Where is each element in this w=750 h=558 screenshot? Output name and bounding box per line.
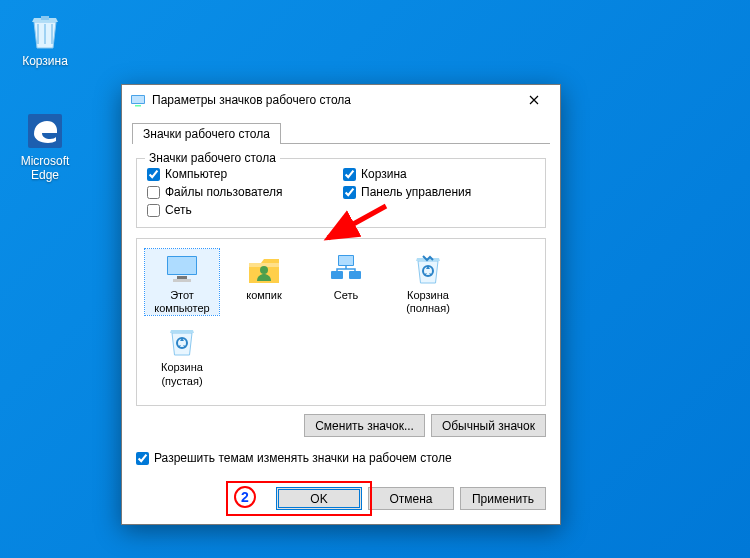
default-icon-button[interactable]: Обычный значок <box>431 414 546 437</box>
groupbox-desktop-icons: Значки рабочего стола Компьютер Файлы по… <box>136 158 546 228</box>
desktop-icon-label: Корзина <box>10 54 80 68</box>
apply-button[interactable]: Применить <box>460 487 546 510</box>
icon-item-bin-full[interactable]: Корзина (полная) <box>391 249 465 315</box>
icon-item-label: компик <box>227 289 301 302</box>
recycle-bin-full-icon <box>410 251 446 287</box>
checkbox-input[interactable] <box>343 168 356 181</box>
monitor-icon <box>164 251 200 287</box>
icon-item-this-pc[interactable]: Этот компьютер <box>145 249 219 315</box>
close-icon <box>529 95 539 105</box>
svg-rect-2 <box>132 96 144 103</box>
icon-item-bin-empty[interactable]: Корзина (пустая) <box>145 321 219 387</box>
checkbox-network[interactable]: Сеть <box>147 203 317 217</box>
checkbox-computer[interactable]: Компьютер <box>147 167 317 181</box>
network-icon <box>328 251 364 287</box>
change-icon-button[interactable]: Сменить значок... <box>304 414 425 437</box>
desktop-icon-recycle-bin[interactable]: Корзина <box>10 10 80 68</box>
desktop-icon-label: Microsoft Edge <box>10 154 80 183</box>
close-button[interactable] <box>514 87 554 113</box>
ok-button[interactable]: OK <box>276 487 362 510</box>
svg-rect-7 <box>173 279 191 282</box>
icon-item-userfolder[interactable]: компик <box>227 249 301 315</box>
titlebar[interactable]: Параметры значков рабочего стола <box>122 85 560 115</box>
icon-item-network[interactable]: Сеть <box>309 249 383 315</box>
tab-desktop-icons[interactable]: Значки рабочего стола <box>132 123 281 144</box>
checkbox-userfiles[interactable]: Файлы пользователя <box>147 185 317 199</box>
recycle-bin-icon <box>24 10 66 52</box>
edge-icon <box>24 110 66 152</box>
svg-rect-10 <box>339 256 353 265</box>
checkbox-controlpanel[interactable]: Панель управления <box>343 185 513 199</box>
desktop-icon-settings-dialog: Параметры значков рабочего стола Значки … <box>121 84 561 525</box>
tab-strip: Значки рабочего стола <box>132 119 550 143</box>
recycle-bin-empty-icon <box>164 323 200 359</box>
desktop-icon-edge[interactable]: Microsoft Edge <box>10 110 80 183</box>
checkbox-input[interactable] <box>147 204 160 217</box>
checkbox-input[interactable] <box>147 186 160 199</box>
icon-item-label: Корзина (полная) <box>391 289 465 315</box>
svg-rect-11 <box>331 271 343 279</box>
icon-item-label: Сеть <box>309 289 383 302</box>
checkbox-input[interactable] <box>147 168 160 181</box>
user-folder-icon <box>246 251 282 287</box>
dialog-icon <box>130 92 146 108</box>
icon-preview-list[interactable]: Этот компьютер компик Сеть Корзина (полн… <box>136 238 546 406</box>
checkbox-recyclebin[interactable]: Корзина <box>343 167 513 181</box>
svg-point-8 <box>260 266 268 274</box>
svg-rect-6 <box>177 276 187 279</box>
cancel-button[interactable]: Отмена <box>368 487 454 510</box>
icon-item-label: Этот компьютер <box>145 289 219 315</box>
icon-item-label: Корзина (пустая) <box>145 361 219 387</box>
checkbox-input[interactable] <box>136 452 149 465</box>
svg-rect-3 <box>135 105 141 107</box>
groupbox-legend: Значки рабочего стола <box>145 151 280 165</box>
checkbox-allow-themes[interactable]: Разрешить темам изменять значки на рабоч… <box>136 451 546 465</box>
checkbox-input[interactable] <box>343 186 356 199</box>
dialog-title: Параметры значков рабочего стола <box>152 93 514 107</box>
svg-rect-12 <box>349 271 361 279</box>
svg-rect-5 <box>168 257 196 274</box>
